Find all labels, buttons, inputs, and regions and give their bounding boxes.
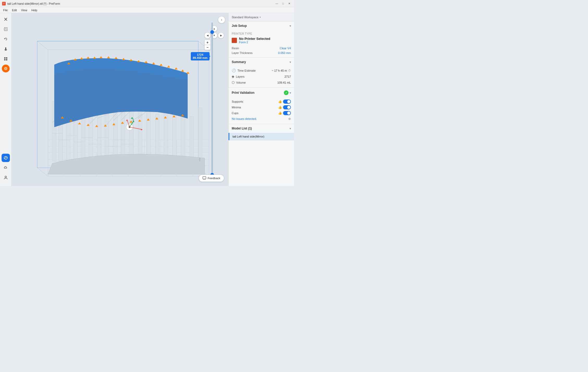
- supports-toggle[interactable]: [283, 100, 291, 104]
- svg-text:REA: REA: [199, 158, 201, 161]
- nav-right-button[interactable]: ▶: [218, 32, 224, 39]
- summary-header[interactable]: Summary ▾: [229, 58, 294, 66]
- clock-icon: 🕐: [232, 69, 236, 72]
- layer-number: 1724: [193, 53, 207, 56]
- maximize-button[interactable]: □: [280, 2, 286, 6]
- time-estimate-left: 🕐 Time Estimate: [232, 69, 256, 72]
- svg-rect-48: [147, 103, 151, 161]
- printer-type-content: PRINTER TYPE No Printer Selected Form 2 …: [229, 30, 294, 57]
- summary-section: Summary ▾ 🕐 Time Estimate ~ 17 h 45 m ⏱: [229, 58, 294, 88]
- model-list-header[interactable]: Model List (1) ▾: [229, 124, 294, 133]
- right-panel: Standard Workspace ▾ Job Setup ▾ PRINTER…: [228, 13, 294, 186]
- svg-rect-47: [138, 110, 142, 162]
- layer-slider[interactable]: [210, 22, 214, 177]
- resin-row: Resin Clear V4: [232, 46, 291, 51]
- titlebar-left: P tail Left hand side(Mirror).stl [*] - …: [2, 2, 60, 5]
- menu-file[interactable]: File: [1, 8, 10, 12]
- svg-rect-3: [5, 28, 7, 30]
- volume-left: ⬡ Volume: [232, 80, 246, 84]
- supports-right: 👍: [278, 100, 291, 104]
- layers-left: ◈ Layers: [232, 75, 244, 78]
- svg-rect-45: [121, 106, 125, 161]
- settings-tool[interactable]: [2, 65, 10, 72]
- cups-row: Cups 👍: [232, 110, 291, 116]
- layout-tool[interactable]: [2, 55, 10, 63]
- resin-label: Resin: [232, 47, 239, 50]
- model-list-chevron: ▾: [290, 127, 291, 130]
- menu-help[interactable]: Help: [29, 8, 39, 12]
- volume-row: ⬡ Volume 109.41 mL: [232, 79, 291, 85]
- model-list-section: Model List (1) ▾ tail Left hand side(Mir…: [229, 124, 294, 140]
- layer-thickness-label: Layer Thickness: [232, 51, 253, 54]
- cups-thumb-icon: 👍: [278, 111, 282, 115]
- view-3d-tool[interactable]: [2, 154, 10, 162]
- 3d-scene: REA: [11, 13, 228, 186]
- summary-title: Summary: [232, 60, 246, 64]
- summary-chevron: ▾: [290, 61, 291, 64]
- layer-thickness-value[interactable]: 0.050 mm: [278, 51, 291, 54]
- job-setup-header[interactable]: Job Setup ▾: [229, 21, 294, 30]
- close-button[interactable]: ✕: [287, 2, 292, 6]
- zoom-in-button[interactable]: +: [204, 40, 211, 45]
- viewport[interactable]: REA › ▲ ◀ ▼ ▶ + −: [11, 13, 228, 186]
- svg-point-11: [5, 68, 6, 69]
- undo-tool[interactable]: [2, 35, 10, 43]
- validation-content: Supports 👍 Minima 👍 Cups: [229, 98, 294, 124]
- feedback-icon: [203, 176, 206, 180]
- cloud-tool[interactable]: [2, 164, 10, 172]
- target-icon: ⊕: [288, 117, 291, 121]
- select-tool[interactable]: [2, 15, 10, 23]
- layers-icon: ◈: [232, 75, 234, 78]
- job-setup-section: Job Setup ▾ PRINTER TYPE No Printer Sele…: [229, 21, 294, 58]
- model-list-content: tail Left hand side(Mirror): [229, 133, 294, 140]
- cups-right: 👍: [278, 111, 291, 115]
- job-setup-chevron: ▾: [290, 24, 291, 27]
- menubar: File Edit View Help: [0, 7, 294, 13]
- svg-rect-49: [155, 114, 159, 161]
- print-validation-title: Print Validation: [232, 91, 254, 95]
- feedback-button[interactable]: Feedback: [199, 175, 224, 182]
- time-icon: ⏱: [288, 69, 291, 72]
- supports-row: Supports 👍: [232, 99, 291, 104]
- layer-slider-thumb[interactable]: [210, 30, 214, 34]
- time-estimate-row: 🕐 Time Estimate ~ 17 h 45 m ⏱: [232, 67, 291, 73]
- minima-row: Minima 👍: [232, 104, 291, 110]
- cups-label: Cups: [232, 111, 238, 115]
- volume-value: 109.41 mL: [277, 81, 291, 84]
- volume-icon: ⬡: [232, 80, 235, 84]
- svg-rect-9: [4, 59, 5, 60]
- printer-specs: Resin Clear V4 Layer Thickness 0.050 mm: [232, 46, 291, 55]
- feedback-label: Feedback: [208, 177, 220, 180]
- minima-label: Minima: [232, 106, 241, 109]
- summary-content: 🕐 Time Estimate ~ 17 h 45 m ⏱ ◈ Layers 2…: [229, 66, 294, 88]
- lasso-tool[interactable]: [2, 25, 10, 33]
- minima-thumb-icon: 👍: [278, 106, 282, 109]
- minimize-button[interactable]: —: [274, 2, 279, 6]
- print-validation-section: Print Validation ✓ ▾ Supports 👍 Minima: [229, 88, 294, 124]
- user-tool[interactable]: [2, 173, 10, 182]
- support-tool[interactable]: [2, 45, 10, 53]
- titlebar-title: tail Left hand side(Mirror).stl [*] - Pr…: [7, 2, 60, 5]
- svg-rect-8: [6, 57, 7, 59]
- print-validation-header[interactable]: Print Validation ✓ ▾: [229, 88, 294, 98]
- menu-view[interactable]: View: [19, 8, 29, 12]
- model-item-0[interactable]: tail Left hand side(Mirror): [229, 133, 294, 140]
- resin-value[interactable]: Clear V4: [280, 47, 291, 50]
- svg-point-12: [4, 67, 7, 70]
- menu-edit[interactable]: Edit: [10, 8, 19, 12]
- sidebar-bottom: [2, 154, 10, 184]
- cups-toggle[interactable]: [283, 111, 291, 115]
- model-list-title: Model List (1): [232, 127, 252, 130]
- expand-viewport-button[interactable]: ›: [218, 16, 225, 23]
- printer-model-link[interactable]: Form 2: [239, 41, 270, 44]
- workspace-label: Standard Workspace ▾: [232, 16, 261, 19]
- svg-point-13: [5, 176, 7, 178]
- nav-left-button[interactable]: ◀: [204, 32, 211, 39]
- window-controls[interactable]: — □ ✕: [274, 2, 292, 6]
- validation-chevron: ▾: [290, 91, 291, 94]
- minima-toggle[interactable]: [283, 105, 291, 109]
- minima-right: 👍: [278, 105, 291, 109]
- svg-rect-50: [164, 106, 168, 161]
- viewport-nav-cluster: ▲ ◀ ▼ ▶ + −: [204, 26, 224, 50]
- zoom-out-button[interactable]: −: [204, 45, 211, 50]
